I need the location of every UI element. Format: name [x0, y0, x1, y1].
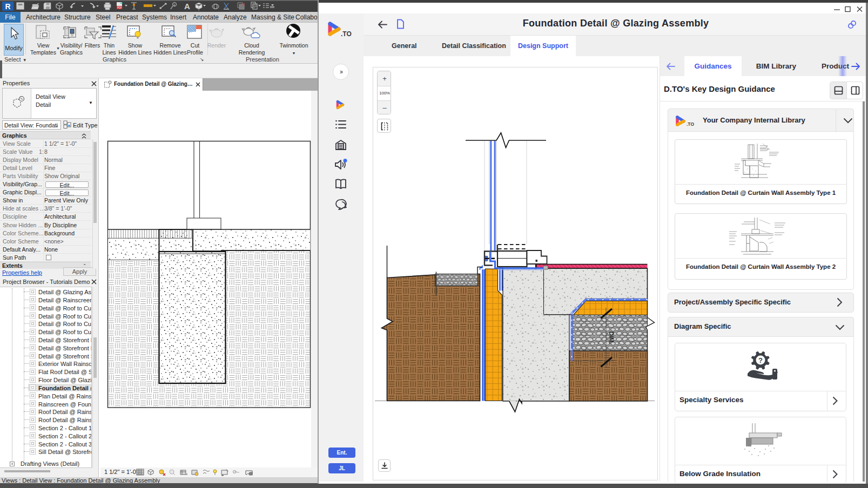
svg-text:DIM.: DIM. [608, 331, 615, 344]
svg-text:.TO: .TO [341, 30, 352, 38]
svg-text:R: R [5, 2, 10, 11]
svg-text:.TO: .TO [687, 121, 694, 127]
svg-text:?: ? [758, 356, 763, 364]
svg-text:1: 1 [173, 3, 176, 6]
svg-text:A: A [184, 2, 190, 11]
svg-text:PDF: PDF [117, 6, 122, 9]
